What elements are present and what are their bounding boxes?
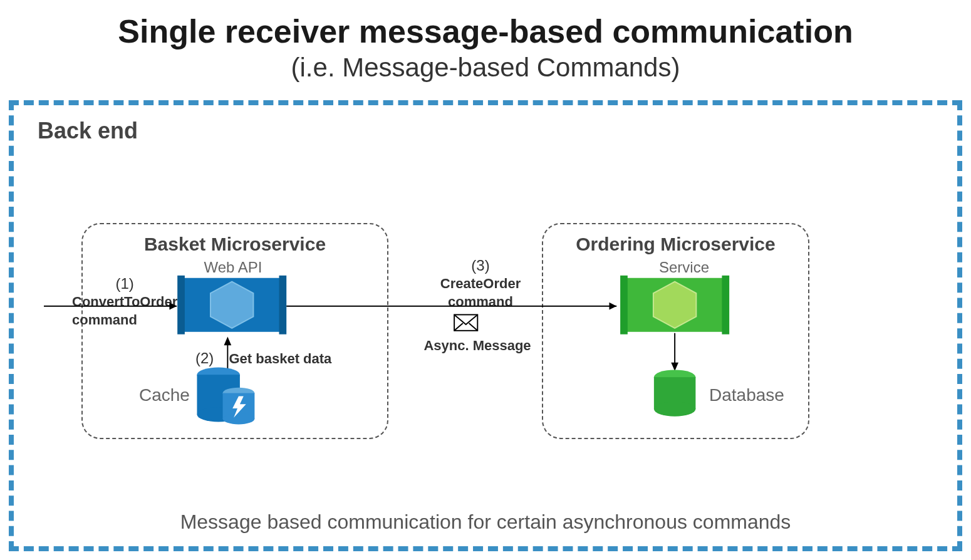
basket-title: Basket Microservice	[83, 234, 387, 255]
database-label: Database	[709, 385, 784, 405]
step-3-bottom: Async. Message	[405, 337, 549, 355]
step-2-text: Get basket data	[229, 351, 331, 366]
cache-label: Cache	[139, 385, 190, 405]
step-3-text-top: CreateOrdercommand	[427, 275, 534, 311]
step-2-num: (2)	[195, 350, 214, 366]
basket-microservice-box: Basket Microservice	[81, 223, 388, 439]
basket-service-label: Web API	[195, 259, 271, 276]
ordering-service-label: Service	[646, 259, 722, 276]
caption: Message based communication for certain …	[14, 511, 957, 534]
step-2: (2) Get basket data	[195, 348, 331, 368]
svg-rect-17	[454, 314, 477, 330]
step-1: (1) ConvertToOrdercommand	[72, 274, 177, 329]
backend-label: Back end	[38, 118, 138, 144]
svg-line-19	[469, 323, 478, 331]
ordering-title: Ordering Microservice	[543, 234, 808, 255]
step-3: (3) CreateOrdercommand	[427, 256, 534, 311]
title-block: Single receiver message-based communicat…	[0, 0, 971, 83]
ordering-microservice-box: Ordering Microservice	[542, 223, 809, 439]
envelope-icon	[454, 314, 477, 330]
subtitle: (i.e. Message-based Commands)	[0, 53, 971, 83]
step-1-num: (1)	[72, 274, 177, 293]
step-3-num: (3)	[427, 256, 534, 275]
step-1-text: ConvertToOrdercommand	[72, 293, 177, 329]
backend-box: Back end Basket Microservice Ordering Mi…	[9, 100, 962, 551]
main-title: Single receiver message-based communicat…	[0, 13, 971, 50]
svg-line-18	[454, 323, 463, 331]
